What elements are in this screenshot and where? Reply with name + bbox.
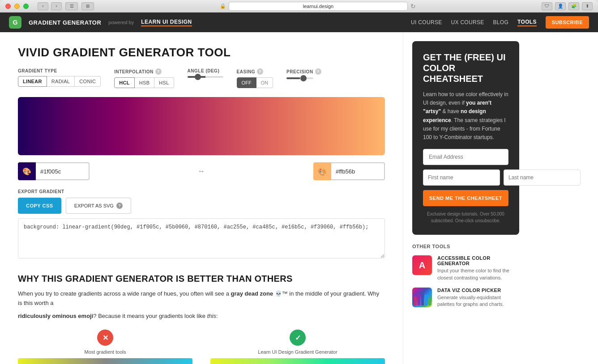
last-name-input[interactable] [504, 169, 581, 186]
sidebar-toggle[interactable]: ☰ [65, 2, 78, 10]
easing-label: EASING ? [237, 68, 273, 75]
left-swatch-icon: 🎨 [22, 167, 31, 176]
gradient-type-label: GRADIENT TYPE [18, 68, 101, 73]
precision-help-icon[interactable]: ? [315, 68, 321, 75]
bad-icon: ✕ [97, 330, 113, 346]
precision-label: PRECISION ? [286, 68, 321, 75]
main-content: VIVID GRADIENT GENERATOR TOOL GRADIENT T… [0, 32, 403, 364]
gradient-type-buttons: LINEAR RADIAL CONIC [18, 76, 101, 87]
export-svg-button[interactable]: EXPORT AS SVG ? [66, 198, 131, 214]
sidebar-card-title: GET THE (FREE) UI COLOR CHEATSHEET [423, 52, 508, 84]
left-color-swatch[interactable]: 🎨 [18, 162, 36, 180]
easing-help-icon[interactable]: ? [257, 68, 263, 75]
minimize-button[interactable] [14, 4, 20, 9]
color-row: 🎨 ↔ 🎨 [18, 162, 385, 180]
logo: G [9, 16, 21, 29]
forward-button[interactable]: › [51, 2, 62, 10]
refresh-icon[interactable]: ↻ [410, 3, 416, 10]
interp-hcl-btn[interactable]: HCL [114, 77, 135, 88]
page-title: VIVID GRADIENT GENERATOR TOOL [18, 46, 385, 59]
sidebar: GET THE (FREE) UI COLOR CHEATSHEET Learn… [403, 32, 528, 364]
tool-info-2: DATA VIZ COLOR PICKER Generate visually-… [437, 288, 519, 308]
svg-rect-0 [414, 296, 417, 305]
code-output[interactable]: background: linear-gradient(90deg, #1f00… [18, 218, 385, 258]
interp-hsb-btn[interactable]: HSB [135, 77, 155, 88]
interp-hsl-btn[interactable]: HSL [154, 77, 174, 88]
precision-slider-container [286, 77, 321, 79]
right-color-swatch[interactable]: 🎨 [313, 162, 331, 180]
sidebar-card: GET THE (FREE) UI COLOR CHEATSHEET Learn… [412, 41, 519, 235]
powered-by: powered by [108, 20, 134, 25]
back-button[interactable]: ‹ [38, 2, 48, 10]
type-conic-btn[interactable]: CONIC [75, 76, 101, 87]
shield-icon: 🛡 [542, 2, 552, 10]
interpolation-label: INTERPOLATION ? [114, 68, 174, 75]
extension-icon[interactable]: 🧩 [568, 2, 579, 10]
navbar-links: UI COURSE UX COURSE BLOG TOOLS SUBSCRIBE [411, 16, 589, 29]
good-label: Learn UI Design Gradient Generator [258, 349, 337, 355]
tool-info-1: ACCESSIBLE COLOR GENERATOR Input your th… [437, 255, 519, 281]
tool-thumb-a: A [412, 255, 432, 275]
left-color-input[interactable] [36, 162, 90, 180]
export-svg-help-icon[interactable]: ? [116, 203, 123, 209]
export-label: EXPORT GRADIENT [18, 189, 385, 194]
name-row [423, 169, 508, 186]
window: ‹ › ☰ ⊞ 🔒 ↻ 🛡 👤 🧩 ⬆ G GRADIENT GENERATOR… [0, 0, 598, 364]
good-icon: ✓ [290, 330, 306, 346]
content-area: VIVID GRADIENT GENERATOR TOOL GRADIENT T… [0, 32, 598, 364]
sidebar-card-text: Learn how to use color effectively in UI… [423, 90, 508, 142]
title-bar: ‹ › ☰ ⊞ 🔒 ↻ 🛡 👤 🧩 ⬆ [0, 0, 598, 13]
nav-blog[interactable]: BLOG [493, 19, 509, 25]
interpolation-group: INTERPOLATION ? HCL HSB HSL [114, 68, 174, 88]
nav-tools[interactable]: TOOLS [517, 19, 537, 26]
angle-slider[interactable] [188, 76, 223, 78]
export-buttons: COPY CSS EXPORT AS SVG ? [18, 198, 385, 214]
tab-button[interactable]: ⊞ [81, 2, 94, 10]
easing-on-btn[interactable]: ON [256, 77, 273, 88]
angle-label: ANGLE (DEG) [188, 68, 223, 73]
type-linear-btn[interactable]: LINEAR [18, 76, 47, 87]
svg-rect-1 [418, 294, 420, 305]
why-text-2: ridiculously ominous emoji? Because it m… [18, 312, 385, 321]
subscribe-button[interactable]: SUBSCRIBE [546, 16, 589, 29]
controls-row: GRADIENT TYPE LINEAR RADIAL CONIC INTERP… [18, 68, 385, 88]
navbar: G GRADIENT GENERATOR powered by LEARN UI… [0, 13, 598, 32]
easing-toggle: OFF ON [237, 77, 273, 88]
copy-css-button[interactable]: COPY CSS [18, 198, 61, 214]
close-button[interactable] [5, 4, 11, 9]
maximize-button[interactable] [23, 4, 29, 9]
title-bar-right: 🛡 👤 🧩 ⬆ [542, 2, 593, 10]
nav-buttons: ‹ › [38, 2, 62, 10]
left-color-group: 🎨 [18, 162, 90, 180]
share-icon[interactable]: ⬆ [582, 2, 593, 10]
swap-arrow[interactable]: ↔ [198, 167, 205, 175]
profile-icon[interactable]: 👤 [555, 2, 566, 10]
send-button[interactable]: SEND ME THE CHEATSHEET [423, 190, 508, 206]
nav-ux-course[interactable]: UX COURSE [451, 19, 484, 25]
bad-label: Most gradient tools [85, 349, 126, 355]
gradient-type-group: GRADIENT TYPE LINEAR RADIAL CONIC [18, 68, 101, 87]
nav-ui-course[interactable]: UI COURSE [411, 19, 442, 25]
email-input[interactable] [423, 149, 508, 165]
interpolation-help-icon[interactable]: ? [155, 68, 162, 75]
brand-link[interactable]: LEARN UI DESIGN [141, 19, 192, 26]
tool-name-1[interactable]: ACCESSIBLE COLOR GENERATOR [437, 255, 519, 266]
first-name-input[interactable] [423, 169, 500, 186]
svg-rect-3 [425, 295, 427, 305]
tool-item-2: DATA VIZ COLOR PICKER Generate visually-… [412, 288, 519, 308]
gradient-preview [18, 97, 385, 155]
interpolation-buttons: HCL HSB HSL [114, 77, 174, 88]
tool-desc-1: Input your theme color to find the close… [437, 267, 519, 281]
right-color-input[interactable] [331, 162, 385, 180]
type-radial-btn[interactable]: RADIAL [47, 76, 75, 87]
comparison-row: ✕ Most gradient tools ✓ Learn UI Design … [18, 330, 385, 364]
precision-group: PRECISION ? [286, 68, 321, 79]
lock-icon: 🔒 [220, 3, 226, 9]
easing-off-btn[interactable]: OFF [237, 77, 256, 88]
export-svg-label: EXPORT AS SVG [74, 203, 114, 208]
tool-name-2[interactable]: DATA VIZ COLOR PICKER [437, 288, 519, 293]
url-input[interactable] [229, 2, 408, 11]
easing-group: EASING ? OFF ON [237, 68, 273, 88]
precision-slider[interactable] [286, 77, 313, 79]
comparison-good: ✓ Learn UI Design Gradient Generator [210, 330, 385, 364]
